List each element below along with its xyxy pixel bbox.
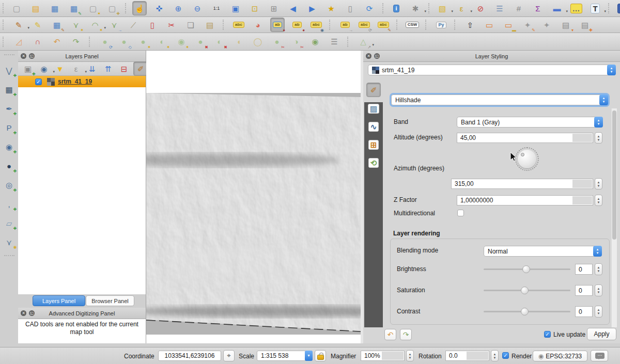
- dropdown-arrow-icon[interactable]: ▾: [566, 9, 568, 13]
- altitude-field[interactable]: 45,00: [457, 133, 593, 143]
- add-part-icon[interactable]: ◐✶: [156, 35, 169, 49]
- field-calculator-icon[interactable]: #: [512, 2, 525, 15]
- saturation-field[interactable]: 0: [575, 285, 593, 296]
- layers-list-area[interactable]: [18, 87, 146, 294]
- combo-spinner-icon[interactable]: ▲▼: [594, 117, 603, 128]
- filter-legend-icon[interactable]: ▼: [53, 62, 67, 75]
- delete-selected-icon[interactable]: ▯: [146, 18, 159, 31]
- zoom-to-layer-icon[interactable]: ⊞: [267, 2, 281, 15]
- zoom-last-icon[interactable]: ◀: [286, 2, 300, 15]
- add-circular-string-icon[interactable]: ◠✶▾: [88, 18, 102, 31]
- map-canvas[interactable]: [146, 51, 361, 343]
- copy-features-icon[interactable]: ❏: [184, 18, 197, 31]
- deselect-all-icon[interactable]: ⊘: [474, 2, 487, 15]
- add-layer-definition-icon[interactable]: ▤✚: [578, 18, 592, 31]
- save-layer-definition-icon[interactable]: ▤▾: [559, 18, 572, 31]
- offset-curve-icon[interactable]: ◖: [232, 35, 245, 49]
- save-project-icon[interactable]: ▦: [48, 2, 61, 15]
- close-icon[interactable]: ✕: [366, 53, 371, 59]
- add-wfs-layer-icon[interactable]: ◎✚▾: [3, 178, 16, 192]
- brightness-field[interactable]: 0: [575, 264, 593, 275]
- add-wms-layer-icon[interactable]: ◉✚▾: [3, 140, 16, 153]
- saturation-slider-handle[interactable]: [521, 287, 529, 294]
- copy-style-wand-icon[interactable]: ✦✎: [521, 18, 534, 31]
- map-tips-icon[interactable]: …: [569, 2, 583, 15]
- refresh-map-icon[interactable]: ⟳: [363, 2, 376, 15]
- extent-from-layer-icon[interactable]: ▭▬: [502, 18, 515, 31]
- node-tool-icon[interactable]: ⟋: [127, 18, 140, 31]
- combo-spinner-icon[interactable]: ▲▼: [607, 65, 616, 75]
- layer-row-srtm_41_19[interactable]: srtm_41_19: [18, 76, 146, 87]
- labeling-options-icon[interactable]: abc: [232, 18, 245, 31]
- save-layer-edits-icon[interactable]: ▦✎: [50, 18, 64, 31]
- apply-button[interactable]: Apply: [587, 328, 616, 340]
- contrast-field[interactable]: 0: [575, 306, 593, 317]
- history-tab[interactable]: ⟲: [367, 156, 380, 169]
- add-feature-icon[interactable]: ⋎✶: [69, 18, 83, 31]
- render-checkbox[interactable]: [502, 352, 509, 359]
- north-arrow-icon[interactable]: ⇧: [463, 18, 477, 31]
- dropdown-arrow-icon[interactable]: ▾: [372, 43, 374, 47]
- histogram-tab[interactable]: ∿: [367, 120, 380, 133]
- saturation-stepper[interactable]: ▲▼: [595, 284, 602, 296]
- simplify-feature-icon[interactable]: ●◇: [117, 35, 131, 49]
- csw-search-icon[interactable]: CSW: [406, 18, 419, 31]
- magnifier-field[interactable]: 100%: [361, 351, 405, 361]
- layer-styling-toggle-icon[interactable]: ✐: [133, 61, 148, 76]
- zoom-to-selection-icon[interactable]: ⊡: [248, 2, 261, 15]
- fill-ring-icon[interactable]: ◉✶: [175, 35, 188, 49]
- scale-combo[interactable]: 1:315 538 ▼: [257, 351, 313, 361]
- add-ring-icon[interactable]: ●✶: [136, 35, 150, 49]
- delete-part-icon[interactable]: ◐✖: [213, 35, 226, 49]
- label-visibility-icon[interactable]: abc◉: [309, 18, 323, 31]
- new-bookmark-icon[interactable]: ★: [324, 2, 338, 15]
- text-annotation-icon[interactable]: T▾: [588, 2, 602, 15]
- coordinate-capture-button[interactable]: ⌖: [223, 350, 235, 361]
- rotate-feature-icon[interactable]: ●⟳: [98, 35, 112, 49]
- symbology-tab[interactable]: ✐: [366, 83, 381, 97]
- style-undo-button[interactable]: ↶: [384, 329, 396, 340]
- detach-icon[interactable]: ◱: [374, 53, 380, 59]
- layer-selector-combo[interactable]: srtm_41_19 ▲▼: [368, 65, 616, 75]
- add-raster-layer-icon[interactable]: ▦✚: [3, 83, 16, 96]
- python-console-icon[interactable]: Py: [435, 18, 448, 31]
- add-delimited-text-icon[interactable]: ✒✚: [3, 102, 16, 115]
- open-project-icon[interactable]: ▤: [29, 2, 42, 15]
- cad-tools-icon[interactable]: ◿: [12, 35, 25, 49]
- cut-features-icon[interactable]: ✂: [165, 18, 178, 31]
- select-by-expression-icon[interactable]: ε▾: [455, 2, 468, 15]
- label-rotate-icon[interactable]: abc⟳: [358, 18, 371, 31]
- redo-icon[interactable]: ↷: [69, 35, 83, 49]
- altitude-stepper[interactable]: ▲▼: [595, 132, 602, 144]
- expand-all-icon[interactable]: ⇊: [85, 62, 99, 75]
- dropdown-arrow-icon[interactable]: ▾: [104, 26, 106, 30]
- zfactor-field[interactable]: 1,00000000: [457, 195, 593, 205]
- close-icon[interactable]: ✕: [21, 53, 26, 59]
- label-move-icon[interactable]: ab→: [338, 18, 352, 31]
- add-wcs-layer-icon[interactable]: ●✚: [3, 159, 16, 172]
- layer-visibility-icon[interactable]: ◉▾: [37, 62, 51, 75]
- rotation-stepper[interactable]: ▲▼: [491, 350, 499, 361]
- zoom-full-icon[interactable]: ▣: [229, 2, 242, 15]
- label-current-icon[interactable]: ab●: [270, 18, 285, 32]
- filter-expression-icon[interactable]: ε▾: [69, 62, 83, 75]
- multidirectional-checkbox[interactable]: [457, 210, 464, 216]
- azimuth-dial[interactable]: [515, 147, 539, 171]
- dropdown-arrow-icon[interactable]: ▼: [305, 351, 313, 361]
- combo-spinner-icon[interactable]: ▲▼: [599, 94, 608, 105]
- transparency-tab[interactable]: ▨: [367, 102, 380, 115]
- label-properties-icon[interactable]: abc✎: [377, 18, 390, 31]
- tab-browser-panel[interactable]: Browser Panel: [86, 295, 134, 306]
- composer-manager-icon[interactable]: ▢✛: [105, 2, 119, 15]
- measure-icon[interactable]: ▬▾: [550, 2, 564, 15]
- dropdown-arrow-icon[interactable]: ▾: [27, 26, 29, 30]
- azimuth-stepper[interactable]: ▲▼: [595, 178, 602, 189]
- new-geopackage-layer-icon[interactable]: ⋎❋▾: [3, 235, 16, 249]
- merge-attributes-icon[interactable]: ☰: [328, 35, 341, 49]
- band-combo[interactable]: Band 1 (Gray) ▲▼: [457, 117, 603, 128]
- zoom-out-icon[interactable]: ⊖: [191, 2, 204, 15]
- add-postgis-layer-icon[interactable]: P✚▾: [3, 121, 16, 134]
- dropdown-arrow-icon[interactable]: ▾: [451, 9, 453, 13]
- live-update-checkbox[interactable]: [544, 331, 551, 338]
- label-pin-icon[interactable]: ab●: [290, 18, 304, 31]
